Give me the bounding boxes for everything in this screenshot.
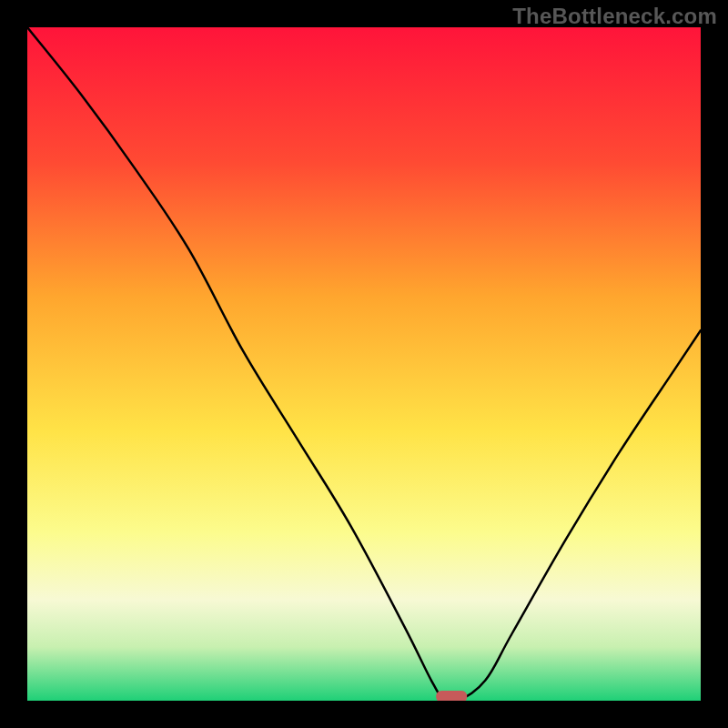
chart-background	[27, 27, 701, 701]
plot-area	[27, 27, 701, 701]
chart-frame: TheBottleneck.com	[0, 0, 728, 728]
minimum-marker	[436, 691, 467, 701]
chart-svg	[27, 27, 701, 701]
watermark-text: TheBottleneck.com	[512, 4, 717, 29]
